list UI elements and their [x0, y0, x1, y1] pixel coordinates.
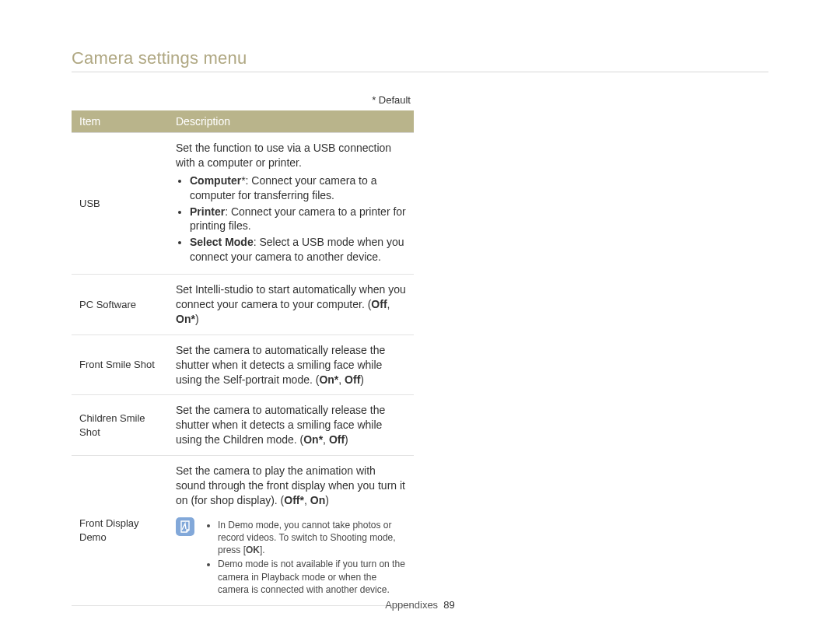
note-icon	[176, 517, 194, 536]
childsmile-text: Set the camera to automatically release …	[176, 404, 385, 446]
frontsmile-close: )	[360, 373, 364, 386]
usb-opt-computer-label: Computer	[190, 174, 241, 187]
note1-a: In Demo mode, you cannot take photos or …	[218, 520, 396, 555]
list-item: Computer*: Connect your camera to a comp…	[190, 173, 406, 203]
item-cell-front-display-demo: Front Display Demo	[72, 456, 168, 606]
usb-opt-select-label: Select Mode	[190, 236, 254, 248]
item-cell-children-smile: Children Smile Shot	[72, 395, 168, 456]
note-box: In Demo mode, you cannot take photos or …	[176, 516, 406, 597]
table-row: Children Smile Shot Set the camera to au…	[72, 395, 414, 456]
table-header-row: Item Description	[72, 110, 414, 133]
frontsmile-on: On*	[319, 373, 338, 386]
item-cell-pcsoftware: PC Software	[72, 275, 168, 335]
frontdemo-on: On	[310, 494, 325, 506]
table-row: USB Set the function to use via a USB co…	[72, 133, 414, 275]
desc-cell-pcsoftware: Set Intelli-studio to start automaticall…	[168, 275, 414, 335]
frontdemo-sep: ,	[304, 494, 310, 506]
usb-intro: Set the function to use via a USB connec…	[176, 141, 406, 170]
item-cell-front-smile: Front Smile Shot	[72, 335, 168, 395]
childsmile-sep: ,	[323, 433, 329, 446]
desc-cell-children-smile: Set the camera to automatically release …	[168, 395, 414, 456]
list-item: Select Mode: Select a USB mode when you …	[190, 235, 406, 264]
frontsmile-sep: ,	[338, 373, 345, 386]
childsmile-close: )	[345, 433, 348, 446]
col-header-description: Description	[168, 110, 414, 133]
table-row: PC Software Set Intelli-studio to start …	[72, 275, 414, 335]
desc-cell-front-smile: Set the camera to automatically release …	[168, 335, 414, 395]
col-header-item: Item	[72, 110, 168, 133]
frontdemo-off: Off*	[284, 494, 304, 506]
list-item: Printer: Connect your camera to a printe…	[190, 205, 406, 234]
usb-list: Computer*: Connect your camera to a comp…	[176, 173, 406, 264]
usb-opt-printer-label: Printer	[190, 205, 225, 218]
default-note: * Default	[72, 94, 414, 106]
desc-cell-usb: Set the function to use via a USB connec…	[168, 133, 414, 275]
pcsoft-off: Off	[371, 298, 387, 310]
table-row: Front Display Demo Set the camera to pla…	[72, 456, 414, 606]
footer-page-number: 89	[443, 599, 454, 611]
settings-table: Item Description USB Set the function to…	[72, 110, 414, 606]
childsmile-on: On*	[303, 433, 323, 446]
table-row: Front Smile Shot Set the camera to autom…	[72, 335, 414, 395]
footer-section: Appendixes	[385, 599, 438, 611]
desc-cell-front-display-demo: Set the camera to play the animation wit…	[168, 456, 414, 606]
list-item: Demo mode is not available if you turn o…	[218, 558, 406, 596]
note-list: In Demo mode, you cannot take photos or …	[204, 519, 406, 597]
childsmile-off: Off	[329, 433, 345, 446]
frontsmile-off: Off	[345, 373, 360, 386]
note1-b: ].	[260, 545, 265, 555]
pcsoft-close: )	[195, 313, 199, 325]
item-cell-usb: USB	[72, 133, 168, 275]
pcsoft-on: On*	[176, 313, 195, 325]
content-column: * Default Item Description USB Set the f…	[72, 94, 414, 606]
page-title: Camera settings menu	[72, 48, 768, 68]
note1-ok: OK	[246, 545, 260, 555]
manual-page: Camera settings menu * Default Item Desc…	[0, 0, 840, 634]
page-footer: Appendixes 89	[0, 599, 840, 611]
frontdemo-close: )	[325, 494, 329, 506]
pcsoft-sep: ,	[387, 298, 390, 310]
list-item: In Demo mode, you cannot take photos or …	[218, 519, 406, 557]
title-underline	[72, 72, 768, 72]
